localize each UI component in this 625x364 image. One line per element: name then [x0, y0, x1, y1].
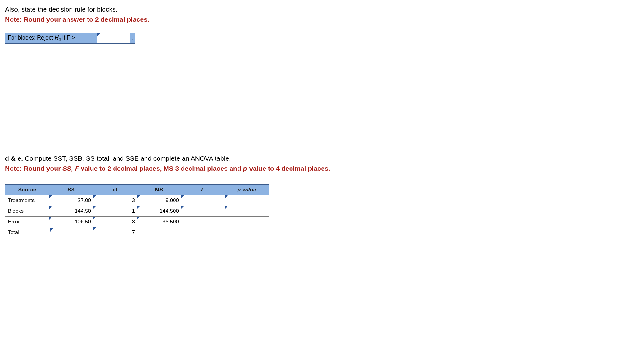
input-corner-tab-icon	[137, 217, 140, 220]
ss-input[interactable]	[49, 206, 93, 216]
input-corner-tab-icon	[225, 206, 228, 209]
section-anova: d & e. Compute SST, SSB, SS total, and S…	[5, 153, 620, 238]
ss-input[interactable]	[50, 228, 93, 237]
input-corner-tab-icon	[181, 206, 184, 209]
table-row: Blocks	[5, 206, 269, 217]
row-label: Blocks	[5, 206, 49, 217]
note-text: Note: Round your answer to 2 decimal pla…	[5, 14, 620, 24]
ss-input[interactable]	[49, 195, 93, 206]
ms-input[interactable]	[137, 206, 181, 216]
th-ss: SS	[49, 185, 93, 195]
input-corner-tab-icon	[49, 206, 52, 209]
p-input[interactable]	[225, 195, 269, 206]
input-corner-tab-icon	[49, 217, 52, 220]
df-input[interactable]	[93, 195, 137, 206]
input-corner-tab-icon	[93, 206, 96, 209]
th-source: Source	[5, 185, 49, 195]
trailing-dot: .	[130, 33, 135, 44]
section-blocks-rule: Also, state the decision rule for blocks…	[5, 4, 620, 44]
input-corner-tab-icon	[137, 195, 140, 198]
input-corner-tab-icon	[50, 228, 53, 232]
de-instruction: d & e. Compute SST, SSB, SS total, and S…	[5, 153, 620, 163]
input-corner-tab-icon	[93, 195, 96, 198]
p-input[interactable]	[225, 206, 269, 216]
table-row: Error	[5, 217, 269, 227]
input-corner-tab-icon	[225, 195, 228, 198]
row-label: Total	[5, 227, 49, 238]
anova-table-wrap: Source SS df MS F p-value Treatments	[5, 184, 620, 238]
th-ms: MS	[137, 185, 181, 195]
decision-rule-input[interactable]	[97, 33, 130, 43]
ms-input[interactable]	[137, 217, 181, 227]
ms-input[interactable]	[137, 195, 181, 206]
decision-rule-row: For blocks: Reject H0 if F > .	[5, 33, 620, 44]
input-corner-tab-icon	[137, 206, 140, 209]
input-corner-tab-icon	[49, 195, 52, 198]
decision-rule-input-cell	[97, 33, 130, 44]
decision-rule-label: For blocks: Reject H0 if F >	[5, 33, 97, 44]
instruction-text: Also, state the decision rule for blocks…	[5, 4, 620, 14]
df-input[interactable]	[93, 206, 137, 216]
f-input-disabled	[181, 227, 225, 238]
input-corner-tab-icon	[97, 33, 100, 36]
input-corner-tab-icon	[93, 227, 96, 230]
th-df: df	[93, 185, 137, 195]
p-input-disabled	[225, 227, 269, 238]
ss-input[interactable]	[49, 217, 93, 227]
ms-input-disabled	[137, 227, 181, 238]
table-row: Total	[5, 227, 269, 238]
th-p: p-value	[225, 185, 269, 195]
p-input-disabled	[225, 217, 269, 227]
th-f: F	[181, 185, 225, 195]
input-corner-tab-icon	[181, 195, 184, 198]
row-label: Treatments	[5, 195, 49, 206]
df-input[interactable]	[93, 217, 137, 227]
f-input[interactable]	[181, 206, 225, 216]
f-input-disabled	[181, 217, 225, 227]
f-input[interactable]	[181, 195, 225, 206]
row-label: Error	[5, 217, 49, 227]
anova-table: Source SS df MS F p-value Treatments	[5, 184, 269, 238]
de-note: Note: Round your SS, F value to 2 decima…	[5, 163, 620, 174]
table-row: Treatments	[5, 195, 269, 206]
input-corner-tab-icon	[93, 217, 96, 220]
df-input[interactable]	[93, 227, 137, 238]
